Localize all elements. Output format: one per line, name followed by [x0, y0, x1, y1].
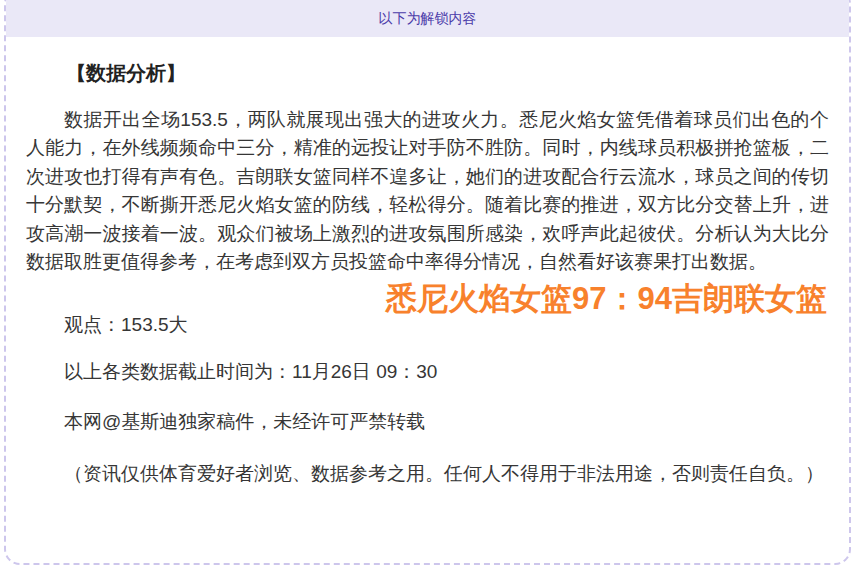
unlock-banner-label: 以下为解锁内容	[379, 11, 477, 25]
analysis-paragraph: 数据开出全场153.5，两队就展现出强大的进攻火力。悉尼火焰女篮凭借着球员们出色…	[26, 106, 829, 276]
article-content: 【数据分析】 数据开出全场153.5，两队就展现出强大的进攻火力。悉尼火焰女篮凭…	[6, 59, 849, 488]
disclaimer-line: （资讯仅供体育爱好者浏览、数据参考之用。任何人不得用于非法用途，否则责任自负。）	[26, 460, 829, 488]
copyright-line: 本网@基斯迪独家稿件，未经许可严禁转载	[26, 408, 829, 436]
data-cutoff-line: 以上各类数据截止时间为：11月26日 09：30	[26, 358, 829, 386]
unlock-banner: 以下为解锁内容	[6, 0, 849, 37]
unlocked-content-frame: 以下为解锁内容 【数据分析】 数据开出全场153.5，两队就展现出强大的进攻火力…	[4, 0, 851, 565]
page-viewport: 以下为解锁内容 【数据分析】 数据开出全场153.5，两队就展现出强大的进攻火力…	[0, 0, 855, 571]
section-heading: 【数据分析】	[26, 59, 829, 87]
